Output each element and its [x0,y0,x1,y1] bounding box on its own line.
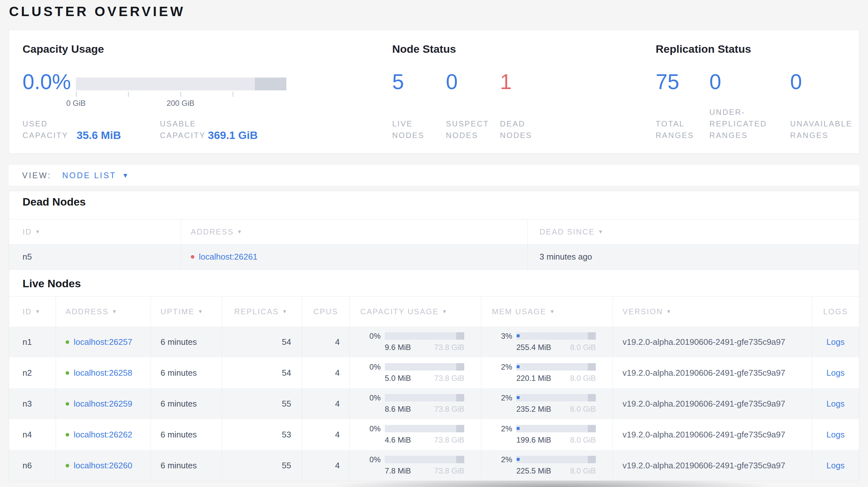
sort-arrow-icon: ▼ [237,229,243,235]
mem-percent: 3% [492,332,512,340]
view-dropdown-value: NODE LIST [62,171,116,180]
node-address-link[interactable]: localhost:26261 [199,252,257,262]
column-header-id[interactable]: ID▼ [9,219,181,244]
column-header-id[interactable]: ID▼ [9,297,56,326]
chevron-down-icon: ▾ [123,171,127,180]
node-address-link[interactable]: localhost:26258 [74,368,132,378]
nodes-section: Dead Nodes ID▼ ADDRESS▼ DEAD SINCE▼ n5 l… [9,191,859,480]
suspect-nodes-label: SUSPECT NODES [446,118,489,141]
column-header-dead-since[interactable]: DEAD SINCE▼ [527,219,859,244]
mem-bar [516,394,596,401]
logs-link[interactable]: Logs [827,368,844,378]
logs-link[interactable]: Logs [827,399,844,409]
mem-usage-meter: 2% 235.2 MiB 8.0 GiB [481,394,613,414]
node-id: n3 [23,399,32,409]
live-node-row: n3 localhost:26259 6 minutes 55 4 0% 8.6… [9,388,859,419]
summary-card: Capacity Usage 0.0% 0 GiB 200 GiB [9,30,859,154]
usable-capacity-label: USABLE CAPACITY [160,118,208,141]
axis-tick [76,92,76,97]
mem-bar [516,332,596,340]
column-header-version[interactable]: VERSION▼ [613,297,812,326]
capacity-bar [385,332,464,340]
capacity-gauge: 0 GiB 200 GiB [76,77,286,90]
uptime-value: 6 minutes [160,337,197,347]
view-dropdown[interactable]: NODE LIST ▾ [62,171,127,180]
total-ranges-label: TOTAL RANGES [656,118,694,141]
node-address-link[interactable]: localhost:26259 [74,399,132,409]
node-id: n4 [23,430,32,440]
sort-arrow-icon: ▼ [112,309,118,315]
mem-used-chip [517,427,520,430]
capacity-bar [385,425,464,432]
column-header-replicas[interactable]: REPLICAS▼ [222,297,302,326]
capacity-used: 4.6 MiB [385,435,411,445]
axis-tick [232,92,233,97]
capacity-usage-meter: 0% 8.6 MiB 73.8 GiB [350,394,481,414]
capacity-total: 73.8 GiB [434,466,464,476]
mem-used-chip [517,334,520,337]
mem-percent: 2% [492,425,512,433]
cpus-value: 4 [335,430,340,440]
used-capacity-stat: USED CAPACITY 35.6 MiB [23,118,121,141]
replication-status-title: Replication Status [656,43,751,55]
live-nodes-table: ID▼ ADDRESS▼ UPTIME▼ REPLICAS▼ CPUS CAPA… [9,296,859,481]
sort-arrow-icon: ▼ [442,309,448,315]
suspect-nodes-count: 0 [446,71,458,92]
node-id: n5 [23,252,32,262]
column-header-capacity-usage[interactable]: CAPACITY USAGE▼ [349,297,481,326]
sort-arrow-icon: ▼ [550,309,555,315]
cluster-overview-page: CLUSTER OVERVIEW Capacity Usage 0.0% 0 G… [0,0,868,487]
column-header-uptime[interactable]: UPTIME▼ [151,297,222,326]
live-status-dot [66,433,69,436]
column-header-address[interactable]: ADDRESS▼ [56,297,151,326]
capacity-usage-title: Capacity Usage [23,43,104,55]
replicas-value: 55 [282,399,291,409]
uptime-value: 6 minutes [160,399,197,409]
capacity-total: 73.8 GiB [434,343,464,352]
capacity-used: 8.6 MiB [385,404,411,414]
logs-link[interactable]: Logs [827,337,844,347]
version-value: v19.2.0-alpha.20190606-2491-gfe735c9a97 [623,368,785,378]
capacity-total: 73.8 GiB [434,374,464,383]
column-header-mem-usage[interactable]: MEM USAGE▼ [481,297,613,326]
live-status-dot [66,402,69,405]
mem-bar [516,363,596,370]
live-node-row: n4 localhost:26262 6 minutes 53 4 0% 4.6… [9,419,859,450]
bottom-shadow [245,481,859,487]
dead-nodes-heading: Dead Nodes [23,196,86,208]
capacity-used: 5.0 MiB [385,374,411,383]
mem-used: 225.5 MiB [516,466,551,476]
node-status-panel: Node Status 5 LIVE NODES 0 SUSPECT NODES [392,30,646,154]
capacity-percent: 0% [360,425,381,433]
uptime-value: 6 minutes [160,368,197,378]
mem-percent: 2% [492,394,512,402]
logs-link[interactable]: Logs [827,461,844,470]
page-title: CLUSTER OVERVIEW [9,4,185,19]
view-label: VIEW: [22,171,51,180]
mem-percent: 2% [492,363,512,371]
mem-used: 199.6 MiB [516,435,551,445]
node-address-link[interactable]: localhost:26260 [74,461,132,470]
sort-arrow-icon: ▼ [598,229,604,235]
node-address-link[interactable]: localhost:26257 [74,337,132,347]
total-ranges-count: 75 [656,71,679,92]
capacity-used: 7.8 MiB [385,466,411,476]
mem-bar [516,425,596,432]
live-status-dot [66,371,69,375]
node-address-link[interactable]: localhost:26262 [74,430,132,440]
column-header-logs: LOGS [812,297,859,326]
uptime-value: 6 minutes [160,430,197,440]
column-header-address[interactable]: ADDRESS▼ [181,219,527,244]
logs-link[interactable]: Logs [827,430,844,440]
sort-arrow-icon: ▼ [666,309,672,315]
capacity-bar [385,394,464,401]
capacity-usage-meter: 0% 5.0 MiB 73.8 GiB [350,363,481,383]
axis-tick [181,92,181,97]
node-status-title: Node Status [392,43,456,55]
dead-since-value: 3 minutes ago [539,252,592,262]
live-nodes-heading: Live Nodes [23,277,81,290]
capacity-percent: 0% [360,394,381,402]
capacity-total: 73.8 GiB [434,435,464,445]
dead-nodes-count: 1 [500,71,512,92]
sort-arrow-icon: ▼ [198,309,204,315]
